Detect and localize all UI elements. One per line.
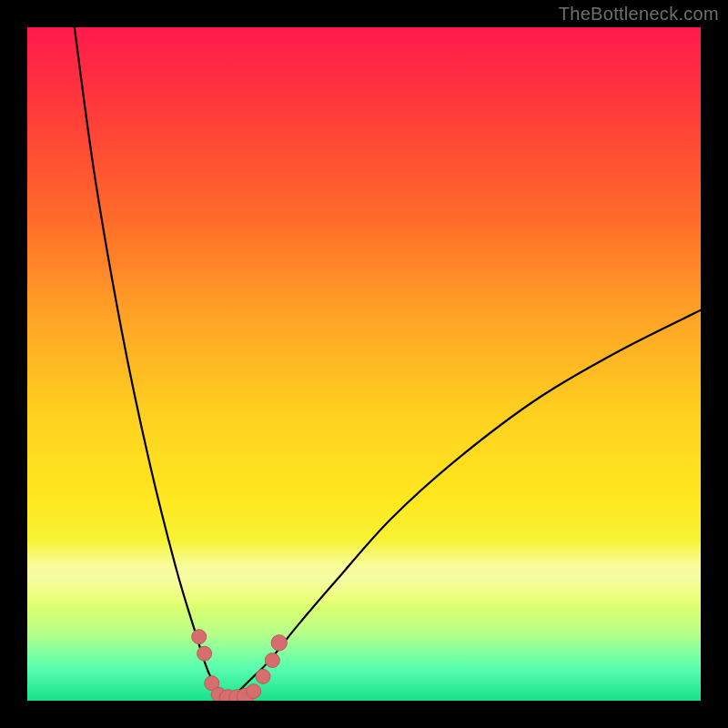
marker-dot (197, 646, 212, 661)
marker-dot (247, 684, 261, 699)
plot-area (27, 27, 701, 701)
marker-dot (265, 653, 279, 668)
watermark-text: TheBottleneck.com (559, 4, 719, 25)
marker-dot (271, 635, 287, 651)
marker-dot (192, 630, 207, 644)
chart-svg (27, 27, 701, 701)
bottleneck-curve (75, 27, 701, 701)
marker-dot (256, 669, 270, 683)
chart-frame: TheBottleneck.com (0, 0, 728, 728)
